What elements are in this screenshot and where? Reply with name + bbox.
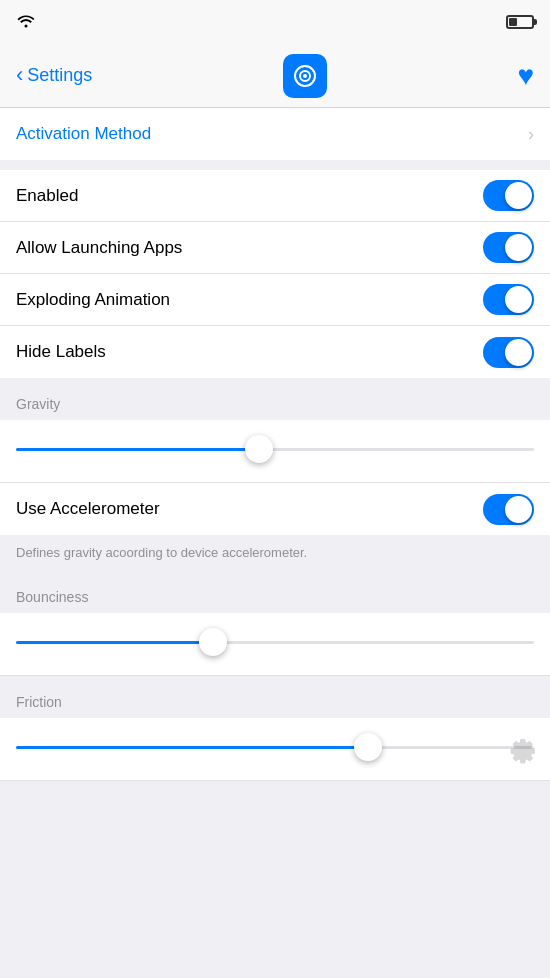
friction-section-header: Friction (0, 676, 550, 718)
bounciness-header-text: Bounciness (16, 589, 88, 605)
toggle-knob-3 (505, 286, 532, 313)
enabled-toggle[interactable] (483, 180, 534, 211)
friction-header-text: Friction (16, 694, 62, 710)
friction-slider-track (16, 746, 534, 749)
accelerometer-section: Use Accelerometer (0, 483, 550, 535)
accelerometer-row: Use Accelerometer (0, 483, 550, 535)
hide-labels-row: Hide Labels (0, 326, 550, 378)
toggle-knob-4 (505, 339, 532, 366)
enabled-label: Enabled (16, 186, 78, 206)
toggles-section: Enabled Allow Launching Apps Exploding A… (0, 170, 550, 378)
allow-launching-toggle[interactable] (483, 232, 534, 263)
bounciness-slider-fill (16, 641, 213, 644)
allow-launching-row: Allow Launching Apps (0, 222, 550, 274)
nav-bar: ‹ Settings ♥ (0, 44, 550, 108)
gravity-slider-section (0, 420, 550, 483)
bounciness-slider-thumb[interactable] (199, 628, 227, 656)
gear-watermark-icon (502, 732, 538, 768)
gravity-slider[interactable] (16, 434, 534, 464)
gravity-slider-thumb[interactable] (245, 435, 273, 463)
back-button[interactable]: ‹ Settings (16, 65, 92, 86)
activation-method-row[interactable]: Activation Method › (0, 108, 550, 160)
wifi-icon (16, 12, 36, 32)
svg-point-2 (303, 74, 307, 78)
bounciness-section-header: Bounciness (0, 571, 550, 613)
toggle-knob (505, 182, 532, 209)
toggle-knob-5 (505, 496, 532, 523)
status-bar (0, 0, 550, 44)
status-bar-right (506, 15, 534, 29)
battery-icon (506, 15, 534, 29)
exploding-animation-row: Exploding Animation (0, 274, 550, 326)
back-label: Settings (27, 65, 92, 86)
bounciness-slider-section (0, 613, 550, 676)
status-bar-left (16, 12, 36, 32)
toggle-knob-2 (505, 234, 532, 261)
friction-slider[interactable] (16, 732, 534, 762)
accelerometer-label: Use Accelerometer (16, 499, 160, 519)
hide-labels-toggle[interactable] (483, 337, 534, 368)
gravity-slider-fill (16, 448, 259, 451)
allow-launching-label: Allow Launching Apps (16, 238, 182, 258)
hide-labels-label: Hide Labels (16, 342, 106, 362)
accelerometer-description-row: Defines gravity acoording to device acce… (0, 535, 550, 571)
friction-slider-section (0, 718, 550, 781)
accelerometer-description: Defines gravity acoording to device acce… (16, 545, 307, 560)
friction-slider-thumb[interactable] (354, 733, 382, 761)
gravity-header-text: Gravity (16, 396, 60, 412)
separator-1 (0, 160, 550, 170)
gravity-section-header: Gravity (0, 378, 550, 420)
heart-button[interactable]: ♥ (517, 60, 534, 92)
chevron-left-icon: ‹ (16, 64, 23, 86)
exploding-animation-label: Exploding Animation (16, 290, 170, 310)
bounciness-slider[interactable] (16, 627, 534, 657)
enabled-row: Enabled (0, 170, 550, 222)
app-icon (283, 54, 327, 98)
activation-method-label: Activation Method (16, 124, 151, 144)
exploding-animation-toggle[interactable] (483, 284, 534, 315)
battery-fill (509, 18, 517, 26)
chevron-right-icon: › (528, 124, 534, 145)
accelerometer-toggle[interactable] (483, 494, 534, 525)
bounciness-slider-track (16, 641, 534, 644)
gravity-slider-track (16, 448, 534, 451)
friction-slider-fill (16, 746, 368, 749)
heart-icon: ♥ (517, 60, 534, 91)
activation-method-section: Activation Method › (0, 108, 550, 160)
